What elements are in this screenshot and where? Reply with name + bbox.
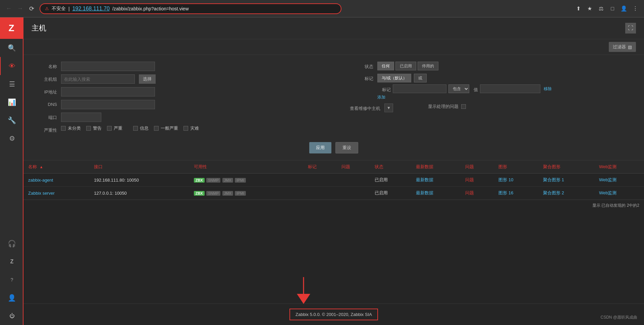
window-button[interactable]: □: [608, 4, 617, 13]
row1-aggregate: 聚合图形 1: [538, 174, 594, 187]
filter-port-row: 端口: [34, 113, 331, 122]
maintenance-dropdown[interactable]: ▼: [384, 104, 393, 112]
sidebar-item-reports[interactable]: 📊: [0, 93, 23, 111]
row2-ipmi-badge: IPMI: [235, 191, 246, 196]
tag-remove-button[interactable]: 移除: [542, 86, 553, 92]
back-button[interactable]: ←: [4, 4, 13, 13]
table-header-row: 名称 ▲ 接口 可用性 标记 问题 状态 最新数据 问题 图形 聚合图形 Web…: [23, 160, 644, 174]
severity-disaster[interactable]: 灾难: [183, 125, 199, 131]
col-name[interactable]: 名称 ▲: [23, 160, 89, 174]
extensions-button[interactable]: ⚖: [596, 4, 606, 13]
severity-warning[interactable]: 警告: [86, 125, 102, 131]
status-enabled-button[interactable]: 已启用: [395, 62, 416, 70]
filter-maintenance-label: 查看维修中主机: [350, 104, 380, 112]
filter-select-button[interactable]: 选择: [139, 74, 156, 84]
filter-status-label: 状态: [350, 62, 373, 70]
url-path: /zabbix/zabbix.php?action=host.view: [112, 6, 189, 11]
table-footer-text: 显示 已自动发现的 2中的2: [592, 203, 639, 208]
sidebar-item-settings[interactable]: ⚙: [0, 129, 23, 147]
row1-latest-link[interactable]: 最新数据: [416, 177, 433, 182]
filter-toggle-button[interactable]: 过滤器 ▧: [609, 42, 636, 52]
severity-average-checkbox[interactable]: [154, 126, 159, 131]
tag-add-link[interactable]: 添加: [377, 94, 385, 100]
row2-problems-link[interactable]: 问题: [465, 190, 474, 195]
profile-button[interactable]: 👤: [619, 4, 629, 13]
col-latest-data: 最新数据: [411, 160, 461, 174]
row2-graphs: 图形 16: [494, 187, 538, 200]
filter-tag-label: 标记: [350, 74, 373, 82]
sidebar-item-inventory[interactable]: ☰: [0, 75, 23, 93]
row1-problems-link[interactable]: 问题: [465, 177, 474, 182]
reload-button[interactable]: ⟳: [27, 4, 36, 13]
filter-panel: 名称 主机组 选择 IP地址: [23, 55, 644, 160]
row1-web-link[interactable]: Web监测: [599, 177, 617, 182]
tag-value-input[interactable]: [480, 84, 540, 93]
row2-web-link[interactable]: Web监测: [599, 190, 617, 195]
page-header: 主机 ⛶: [23, 17, 644, 39]
sidebar-item-support[interactable]: 🎧: [0, 235, 23, 253]
tag-condition-select[interactable]: 包含 等于: [448, 84, 469, 93]
filter-dns-input[interactable]: [61, 100, 155, 109]
row1-graphs: 图形 10: [494, 174, 538, 187]
star-button[interactable]: ★: [585, 4, 594, 13]
severity-critical-checkbox[interactable]: [107, 126, 112, 131]
row2-snmp-badge: SNMP: [206, 191, 220, 196]
filter-ip-input[interactable]: [61, 87, 155, 96]
sidebar-item-power[interactable]: ⏻: [0, 307, 23, 325]
row1-aggregate-link[interactable]: 聚合图形 1: [543, 177, 564, 182]
filter-name-input[interactable]: [61, 62, 155, 71]
col-web: Web监测: [594, 160, 644, 174]
row2-tags: [303, 187, 336, 200]
reset-button[interactable]: 重设: [335, 142, 358, 153]
tag-or-button[interactable]: 或: [414, 74, 427, 82]
row2-availability: ZBX SNMP JMX IPMI: [189, 187, 304, 200]
table-footer: 显示 已自动发现的 2中的2: [23, 200, 644, 211]
row1-graphs-link[interactable]: 图形 10: [498, 177, 513, 182]
row2-graphs-link[interactable]: 图形 16: [498, 190, 513, 195]
sidebar-item-zabbix[interactable]: Z: [0, 253, 23, 271]
col-problems: 问题: [461, 160, 494, 174]
row2-latest-link[interactable]: 最新数据: [416, 190, 433, 195]
severity-info[interactable]: 信息: [133, 125, 149, 131]
severity-average[interactable]: 一般严重: [154, 125, 178, 131]
row2-problems: 问题: [461, 187, 494, 200]
page-footer: Zabbix 5.0.0. © 2001–2020, Zabbix SIA CS…: [23, 304, 644, 325]
menu-button[interactable]: ⋮: [631, 4, 640, 13]
row1-tags: [303, 174, 336, 187]
apply-button[interactable]: 应用: [309, 142, 331, 153]
filter-status-row: 状态 任何 已启用 停用的: [350, 62, 634, 70]
sidebar-item-monitoring[interactable]: 👁: [0, 57, 23, 75]
col-availability: 可用性: [189, 160, 304, 174]
row2-aggregate-link[interactable]: 聚合图形 2: [543, 190, 564, 195]
row1-name-link[interactable]: zabbix-agent: [28, 178, 53, 183]
tag-name-input[interactable]: [393, 84, 446, 93]
tag-and-or-button[interactable]: 与/或（默认）: [377, 74, 411, 82]
severity-unclassified-label: 未分类: [68, 125, 81, 131]
status-disabled-button[interactable]: 停用的: [418, 62, 438, 70]
sidebar-logo[interactable]: Z: [0, 17, 23, 39]
forward-button[interactable]: →: [15, 4, 25, 13]
hosts-table: 名称 ▲ 接口 可用性 标记 问题 状态 最新数据 问题 图形 聚合图形 Web…: [23, 160, 644, 200]
sidebar-item-tools[interactable]: 🔧: [0, 111, 23, 129]
severity-info-checkbox[interactable]: [133, 126, 138, 131]
severity-critical[interactable]: 严重: [107, 125, 122, 131]
address-bar[interactable]: ⚠ 不安全 | 192.168.111.70 /zabbix/zabbix.ph…: [40, 3, 341, 14]
sidebar-item-user[interactable]: 👤: [0, 289, 23, 307]
severity-unclassified[interactable]: 未分类: [61, 125, 81, 131]
filter-actions: 应用 重设: [34, 142, 634, 153]
severity-warning-checkbox[interactable]: [86, 126, 91, 131]
severity-unclassified-checkbox[interactable]: [61, 126, 66, 131]
sidebar-item-search[interactable]: 🔍: [0, 39, 23, 57]
filter-port-label: 端口: [34, 113, 57, 121]
row2-latest-data: 最新数据: [411, 187, 461, 200]
status-any-button[interactable]: 任何: [377, 62, 394, 70]
share-button[interactable]: ⬆: [574, 4, 583, 13]
show-problems-label: 显示处理的问题: [428, 104, 459, 110]
filter-hostgroup-input[interactable]: [61, 74, 135, 84]
show-problems-checkbox[interactable]: [461, 104, 466, 109]
severity-disaster-checkbox[interactable]: [183, 126, 188, 131]
sidebar-item-help[interactable]: ?: [0, 271, 23, 289]
row2-name-link[interactable]: Zabbix server: [28, 191, 55, 196]
fullscreen-button[interactable]: ⛶: [625, 23, 636, 34]
filter-port-input[interactable]: [61, 113, 101, 122]
